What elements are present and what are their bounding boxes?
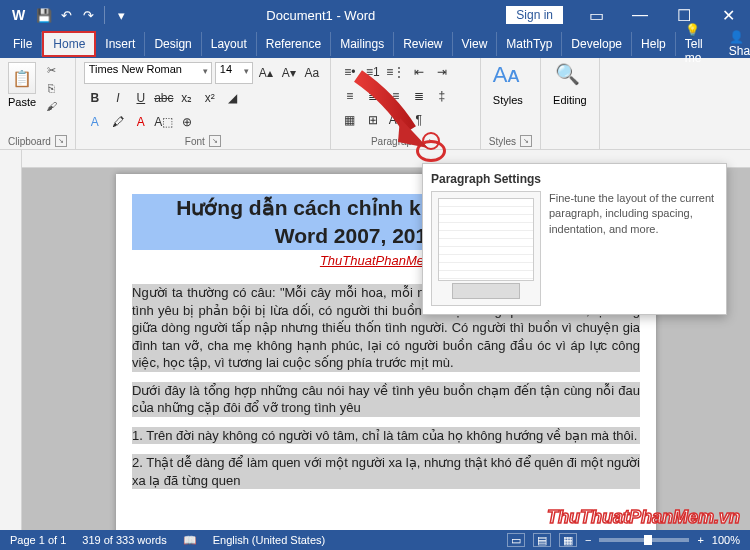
share-button[interactable]: 👤 Share	[720, 25, 750, 63]
ribbon-tabs: File Home Insert Design Layout Reference…	[0, 30, 750, 58]
tab-help[interactable]: Help	[632, 32, 676, 56]
editing-button[interactable]: 🔍 Editing	[549, 62, 591, 145]
text-effects-icon[interactable]: A	[84, 112, 106, 132]
ribbon: 📋 Paste ✂ ⎘ 🖌 Clipboard ↘ Times New Roma…	[0, 58, 750, 150]
qat-divider	[104, 6, 105, 24]
bold-icon[interactable]: B	[84, 88, 106, 108]
group-font: Times New Roman 14 A▴ A▾ Aa B I U abc x₂…	[76, 58, 331, 149]
minimize-icon[interactable]: —	[618, 0, 662, 30]
show-marks-icon[interactable]: ¶	[408, 110, 430, 130]
font-launcher-icon[interactable]: ↘	[209, 135, 221, 147]
borders-icon[interactable]: ⊞	[362, 110, 384, 130]
paste-label: Paste	[8, 96, 36, 108]
tab-review[interactable]: Review	[394, 32, 452, 56]
tab-file[interactable]: File	[4, 32, 42, 56]
font-label: Font	[185, 136, 205, 147]
doc-p3[interactable]: 1. Trên đời này không có người vô tâm, c…	[132, 427, 640, 445]
paste-button[interactable]: 📋 Paste	[8, 62, 36, 133]
group-styles: Aᴀ Styles Styles ↘	[481, 58, 541, 149]
quick-access-toolbar: W 💾 ↶ ↷ ▾	[0, 6, 136, 24]
tab-design[interactable]: Design	[145, 32, 201, 56]
superscript-icon[interactable]: x²	[199, 88, 221, 108]
tab-insert[interactable]: Insert	[96, 32, 145, 56]
group-paragraph: ≡• ≡1 ≡⋮ ⇤ ⇥ ≡ ≣ ≡ ≣ ‡ ▦ ⊞ A↓ ¶ Paragrap…	[331, 58, 481, 149]
read-mode-icon[interactable]: ▭	[507, 533, 525, 547]
shrink-font-icon[interactable]: A▾	[279, 63, 299, 83]
zoom-in-icon[interactable]: +	[697, 534, 703, 546]
qat-customize-icon[interactable]: ▾	[112, 6, 130, 24]
align-right-icon[interactable]: ≡	[385, 86, 407, 106]
paragraph-label: Paragraph	[371, 136, 418, 147]
tab-view[interactable]: View	[453, 32, 498, 56]
clipboard-launcher-icon[interactable]: ↘	[55, 135, 67, 147]
tab-developer[interactable]: Develope	[562, 32, 632, 56]
bullets-icon[interactable]: ≡•	[339, 62, 361, 82]
enclose-char-icon[interactable]: ⊕	[176, 112, 198, 132]
tooltip-text: Fine-tune the layout of the current para…	[549, 191, 718, 306]
status-page[interactable]: Page 1 of 1	[10, 534, 66, 546]
group-clipboard: 📋 Paste ✂ ⎘ 🖌 Clipboard ↘	[0, 58, 76, 149]
format-painter-icon[interactable]: 🖌	[42, 98, 60, 114]
title-bar: W 💾 ↶ ↷ ▾ Document1 - Word Sign in ▭ — ☐…	[0, 0, 750, 30]
numbering-icon[interactable]: ≡1	[362, 62, 384, 82]
font-size-select[interactable]: 14	[215, 62, 253, 84]
tooltip-title: Paragraph Settings	[431, 172, 718, 186]
print-layout-icon[interactable]: ▤	[533, 533, 551, 547]
tooltip-thumbnail	[431, 191, 541, 306]
tab-home[interactable]: Home	[42, 31, 96, 57]
styles-button[interactable]: Aᴀ Styles	[489, 62, 527, 133]
highlight-icon[interactable]: 🖍	[107, 112, 129, 132]
font-color-icon[interactable]: A	[130, 112, 152, 132]
share-label: Share	[729, 44, 750, 58]
align-center-icon[interactable]: ≣	[362, 86, 384, 106]
strikethrough-icon[interactable]: abc	[153, 88, 175, 108]
watermark: ThuThuatPhanMem.vn	[547, 507, 740, 528]
copy-icon[interactable]: ⎘	[42, 80, 60, 96]
tab-mailings[interactable]: Mailings	[331, 32, 394, 56]
clipboard-label: Clipboard	[8, 136, 51, 147]
styles-btn-label: Styles	[493, 94, 523, 106]
multilevel-icon[interactable]: ≡⋮	[385, 62, 407, 82]
zoom-out-icon[interactable]: −	[585, 534, 591, 546]
tab-layout[interactable]: Layout	[202, 32, 257, 56]
document-title: Document1 - Word	[136, 8, 505, 23]
align-left-icon[interactable]: ≡	[339, 86, 361, 106]
justify-icon[interactable]: ≣	[408, 86, 430, 106]
group-editing: 🔍 Editing	[541, 58, 600, 149]
decrease-indent-icon[interactable]: ⇤	[408, 62, 430, 82]
italic-icon[interactable]: I	[107, 88, 129, 108]
change-case-icon[interactable]: Aa	[302, 63, 322, 83]
font-family-select[interactable]: Times New Roman	[84, 62, 212, 84]
cut-icon[interactable]: ✂	[42, 62, 60, 78]
tab-mathtype[interactable]: MathTyp	[497, 32, 562, 56]
line-spacing-icon[interactable]: ‡	[431, 86, 453, 106]
styles-launcher-icon[interactable]: ↘	[520, 135, 532, 147]
web-layout-icon[interactable]: ▦	[559, 533, 577, 547]
underline-icon[interactable]: U	[130, 88, 152, 108]
grow-font-icon[interactable]: A▴	[256, 63, 276, 83]
ribbon-options-icon[interactable]: ▭	[574, 0, 618, 30]
status-proofing-icon[interactable]: 📖	[183, 534, 197, 547]
undo-icon[interactable]: ↶	[57, 6, 75, 24]
increase-indent-icon[interactable]: ⇥	[431, 62, 453, 82]
tell-me-label: Tell me	[685, 37, 703, 65]
sign-in-button[interactable]: Sign in	[505, 5, 564, 25]
shading-icon[interactable]: ▦	[339, 110, 361, 130]
styles-label: Styles	[489, 136, 516, 147]
tell-me[interactable]: 💡 Tell me	[676, 18, 712, 70]
status-words[interactable]: 319 of 333 words	[82, 534, 166, 546]
status-language[interactable]: English (United States)	[213, 534, 326, 546]
doc-p2[interactable]: Dưới đây là tổng hợp những câu nói hay v…	[132, 382, 640, 417]
clear-format-icon[interactable]: ◢	[222, 88, 244, 108]
doc-p4[interactable]: 2. Thật dễ dàng để làm quen với một ngườ…	[132, 454, 640, 489]
redo-icon[interactable]: ↷	[79, 6, 97, 24]
zoom-slider[interactable]	[599, 538, 689, 542]
word-logo-icon: W	[6, 7, 31, 23]
paragraph-launcher-icon[interactable]: ↘	[422, 132, 440, 150]
tab-references[interactable]: Reference	[257, 32, 331, 56]
subscript-icon[interactable]: x₂	[176, 88, 198, 108]
sort-icon[interactable]: A↓	[385, 110, 407, 130]
save-icon[interactable]: 💾	[35, 6, 53, 24]
zoom-level[interactable]: 100%	[712, 534, 740, 546]
character-bg-icon[interactable]: A⬚	[153, 112, 175, 132]
